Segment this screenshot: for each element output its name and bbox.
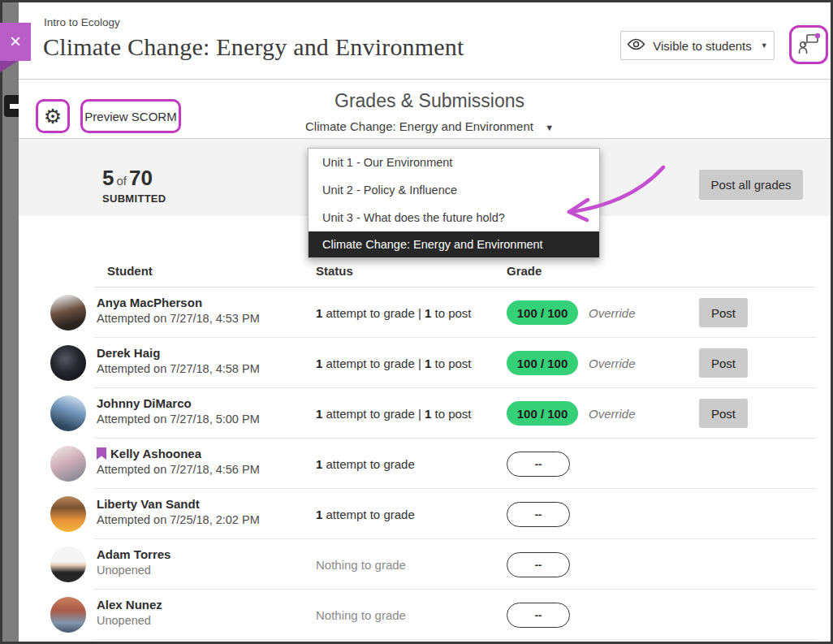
grade-pill[interactable]: -- bbox=[507, 502, 570, 527]
app-window: Intro to Ecology Climate Change: Energy … bbox=[0, 0, 833, 644]
avatar bbox=[50, 295, 86, 331]
student-name: Johnny DiMarco bbox=[97, 396, 192, 410]
attempt-status: Attempted on 7/27/18, 4:56 PM bbox=[97, 463, 260, 476]
grade-cell: -- bbox=[507, 590, 570, 640]
visibility-dropdown[interactable]: Visible to students ▼ bbox=[620, 31, 775, 60]
column-header-student: Student bbox=[107, 264, 153, 278]
grade-pill[interactable]: -- bbox=[507, 552, 570, 577]
avatar bbox=[50, 395, 86, 431]
status-cell: 1 attempt to grade bbox=[316, 439, 415, 489]
attempt-status: Unopened bbox=[97, 614, 162, 627]
grade-cell: -- bbox=[507, 439, 570, 489]
student-name: Adam Torres bbox=[97, 547, 170, 561]
caret-down-icon: ▼ bbox=[761, 41, 768, 50]
status-cell: Nothing to grade bbox=[316, 590, 406, 640]
table-row[interactable]: Liberty Van Sandt Attempted on 7/25/18, … bbox=[19, 489, 831, 539]
override-label: Override bbox=[589, 357, 636, 370]
graded-item-menu: Unit 1 - Our Environment Unit 2 - Policy… bbox=[308, 148, 600, 258]
student-name: Alex Nunez bbox=[97, 598, 162, 612]
submission-list: Anya MacPherson Attempted on 7/27/18, 4:… bbox=[19, 287, 831, 640]
grade-pill[interactable]: 100 / 100 bbox=[507, 300, 578, 325]
grade-pill[interactable]: 100 / 100 bbox=[507, 351, 578, 375]
scorm-toolbar: ⚙ Preview SCORM Grades & Submissions Cli… bbox=[19, 80, 831, 139]
grade-cell: -- bbox=[507, 539, 570, 590]
column-header-grade: Grade bbox=[507, 264, 542, 278]
close-button-fold bbox=[0, 61, 18, 72]
submitted-count: 5 bbox=[102, 166, 114, 190]
status-cell: 1 attempt to grade | 1 to post bbox=[316, 287, 472, 338]
close-icon: × bbox=[10, 30, 21, 52]
avatar bbox=[50, 446, 86, 482]
avatar bbox=[50, 597, 86, 633]
override-label: Override bbox=[589, 306, 636, 320]
attempt-status: Unopened bbox=[97, 564, 170, 577]
menu-item-unit1[interactable]: Unit 1 - Our Environment bbox=[309, 149, 599, 176]
student-name: Derek Haig bbox=[97, 346, 160, 360]
status-cell: 1 attempt to grade | 1 to post bbox=[316, 388, 472, 439]
visibility-label: Visible to students bbox=[653, 39, 751, 53]
post-button[interactable]: Post bbox=[699, 399, 748, 428]
grade-pill[interactable]: -- bbox=[507, 452, 570, 477]
menu-item-climate-change-selected[interactable]: Climate Change: Energy and Environment bbox=[309, 231, 599, 257]
post-button[interactable]: Post bbox=[699, 348, 748, 378]
menu-item-unit3[interactable]: Unit 3 - What does the future hold? bbox=[309, 204, 599, 231]
eye-icon bbox=[627, 38, 645, 53]
override-label: Override bbox=[589, 407, 636, 421]
page-title: Climate Change: Energy and Environment bbox=[43, 33, 464, 61]
attempt-status: Attempted on 7/27/18, 4:53 PM bbox=[97, 312, 260, 325]
selector-label: Climate Change: Energy and Environment bbox=[305, 119, 533, 133]
avatar bbox=[50, 345, 86, 381]
table-row[interactable]: Derek Haig Attempted on 7/27/18, 4:58 PM… bbox=[19, 338, 831, 388]
class-conversation-button[interactable] bbox=[789, 25, 828, 64]
table-row[interactable]: Adam Torres Unopened Nothing to grade -- bbox=[19, 539, 831, 590]
submission-stats: 5of70 SUBMITTED bbox=[102, 166, 166, 205]
panel-title: Grades & Submissions bbox=[19, 90, 833, 112]
status-cell: 1 attempt to grade | 1 to post bbox=[316, 338, 472, 388]
attempt-status: Attempted on 7/25/18, 2:02 PM bbox=[97, 513, 260, 526]
column-header-status: Status bbox=[316, 264, 353, 278]
of-label: of bbox=[114, 174, 129, 188]
flag-icon bbox=[97, 447, 106, 460]
attempt-status: Attempted on 7/27/18, 5:00 PM bbox=[97, 413, 260, 426]
status-cell: 1 attempt to grade bbox=[316, 489, 415, 539]
avatar bbox=[50, 496, 86, 532]
student-name: Kelly Ashoonea bbox=[110, 447, 201, 460]
grade-cell: -- bbox=[507, 489, 570, 539]
avatar bbox=[50, 547, 86, 582]
table-row[interactable]: Kelly Ashoonea Attempted on 7/27/18, 4:5… bbox=[19, 439, 831, 489]
post-button[interactable]: Post bbox=[699, 298, 748, 327]
class-conversation-icon bbox=[796, 32, 821, 58]
table-row[interactable]: Anya MacPherson Attempted on 7/27/18, 4:… bbox=[19, 287, 831, 338]
caret-down-icon: ▼ bbox=[545, 123, 554, 132]
table-row[interactable]: Johnny DiMarco Attempted on 7/27/18, 5:0… bbox=[19, 388, 831, 439]
breadcrumb-course: Intro to Ecology bbox=[44, 16, 120, 28]
total-count: 70 bbox=[129, 166, 153, 190]
grade-pill[interactable]: -- bbox=[507, 603, 570, 628]
grade-cell: 100 / 100 Override bbox=[507, 287, 636, 338]
student-name: Liberty Van Sandt bbox=[97, 497, 200, 511]
graded-item-selector[interactable]: Climate Change: Energy and Environment ▼ bbox=[19, 119, 833, 133]
main-panel: Intro to Ecology Climate Change: Energy … bbox=[19, 2, 831, 642]
post-all-grades-button[interactable]: Post all grades bbox=[699, 170, 803, 200]
menu-item-unit2[interactable]: Unit 2 - Policy & Influence bbox=[309, 176, 599, 204]
close-button[interactable]: × bbox=[0, 23, 31, 61]
page-header: Intro to Ecology Climate Change: Energy … bbox=[19, 2, 831, 80]
table-row[interactable]: Alex Nunez Unopened Nothing to grade -- bbox=[19, 590, 831, 640]
attempt-status: Attempted on 7/27/18, 4:58 PM bbox=[97, 362, 260, 375]
status-cell: Nothing to grade bbox=[316, 539, 406, 590]
student-name: Anya MacPherson bbox=[97, 296, 202, 309]
grade-cell: 100 / 100 Override bbox=[507, 388, 636, 439]
submitted-label: SUBMITTED bbox=[102, 192, 166, 205]
grade-cell: 100 / 100 Override bbox=[507, 338, 636, 388]
grade-pill[interactable]: 100 / 100 bbox=[507, 401, 578, 426]
